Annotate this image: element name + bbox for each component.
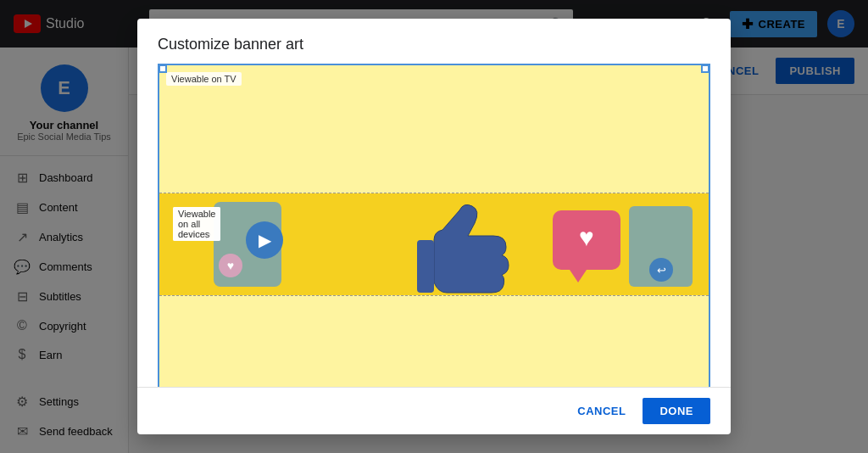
dialog-cancel-button[interactable]: CANCEL [567, 398, 636, 424]
all-devices-label: Viewable on all devices [173, 207, 220, 241]
svg-marker-10 [570, 270, 587, 282]
dialog-done-button[interactable]: DONE [643, 398, 710, 424]
banner-bottom-section [159, 296, 709, 387]
dialog-body[interactable]: Viewable on TV Viewable on desktop Viewa… [137, 64, 731, 387]
banner-tv-section: Viewable on TV [159, 65, 709, 193]
dialog-footer: CANCEL DONE [137, 387, 731, 434]
svg-rect-7 [417, 240, 434, 293]
banner-preview: Viewable on TV Viewable on desktop Viewa… [158, 64, 710, 387]
svg-text:♥: ♥ [227, 259, 234, 272]
modal-overlay: Customize banner art Viewable on TV View… [0, 0, 868, 453]
svg-text:▶: ▶ [259, 231, 272, 249]
banner-illustration: ♥ ▶ ♥ [159, 193, 709, 295]
svg-text:♥: ♥ [579, 223, 594, 251]
customize-banner-dialog: Customize banner art Viewable on TV View… [137, 19, 731, 434]
resize-handle-top-left[interactable] [159, 64, 167, 73]
resize-handle-top-right[interactable] [701, 64, 709, 73]
svg-text:↩: ↩ [657, 264, 666, 277]
banner-desktop-section: Viewable on desktop Viewable on all devi… [159, 193, 709, 295]
tv-label: Viewable on TV [166, 72, 242, 86]
dialog-title: Customize banner art [137, 19, 731, 64]
